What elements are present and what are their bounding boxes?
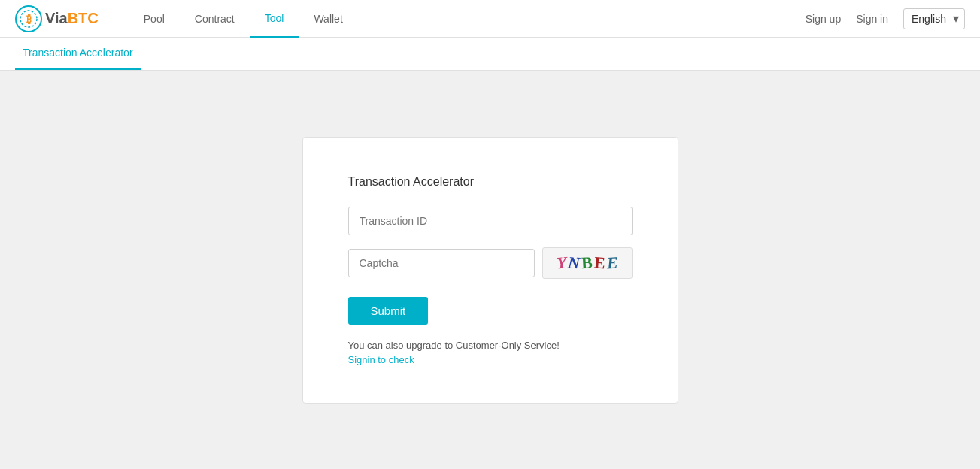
sub-nav: Transaction Accelerator	[0, 38, 980, 71]
main-content: Transaction Accelerator Y N B E E Submit…	[0, 71, 980, 469]
captcha-input[interactable]	[348, 249, 535, 277]
upgrade-text: You can also upgrade to Customer-Only Se…	[348, 340, 633, 351]
nav-pool[interactable]: Pool	[129, 0, 180, 38]
captcha-char-n: N	[568, 253, 581, 273]
captcha-char-e2: E	[606, 253, 618, 273]
card-title: Transaction Accelerator	[348, 175, 633, 189]
captcha-group: Y N B E E	[348, 247, 633, 279]
sign-in-link[interactable]: Sign in	[856, 13, 888, 25]
submit-button[interactable]: Submit	[348, 297, 429, 325]
nav-contract[interactable]: Contract	[180, 0, 250, 38]
captcha-char-b: B	[581, 253, 593, 273]
transaction-id-input[interactable]	[348, 207, 633, 235]
captcha-char-y: Y	[556, 253, 568, 273]
nav-wallet[interactable]: Wallet	[299, 0, 357, 38]
transaction-id-group	[348, 207, 633, 235]
nav-tool[interactable]: Tool	[250, 0, 299, 38]
svg-text:₿: ₿	[26, 13, 32, 25]
logo-label: ViaBTC	[45, 10, 99, 27]
signin-to-check-link[interactable]: Signin to check	[348, 354, 633, 365]
sub-nav-transaction-accelerator[interactable]: Transaction Accelerator	[15, 37, 141, 70]
logo[interactable]: ₿ ViaBTC	[15, 5, 99, 32]
captcha-image[interactable]: Y N B E E	[542, 247, 633, 279]
transaction-accelerator-card: Transaction Accelerator Y N B E E Submit…	[302, 137, 678, 404]
sign-up-link[interactable]: Sign up	[806, 13, 841, 25]
language-select[interactable]: English 中文 한국어	[903, 8, 965, 29]
main-nav: Pool Contract Tool Wallet	[129, 0, 806, 38]
header-right: Sign up Sign in English 中文 한국어	[806, 8, 965, 29]
language-selector-wrapper: English 中文 한국어	[903, 8, 965, 29]
captcha-char-e1: E	[593, 253, 606, 273]
header: ₿ ViaBTC Pool Contract Tool Wallet Sign …	[0, 0, 980, 38]
logo-icon: ₿	[15, 5, 42, 32]
captcha-letters: Y N B E E	[554, 250, 620, 276]
